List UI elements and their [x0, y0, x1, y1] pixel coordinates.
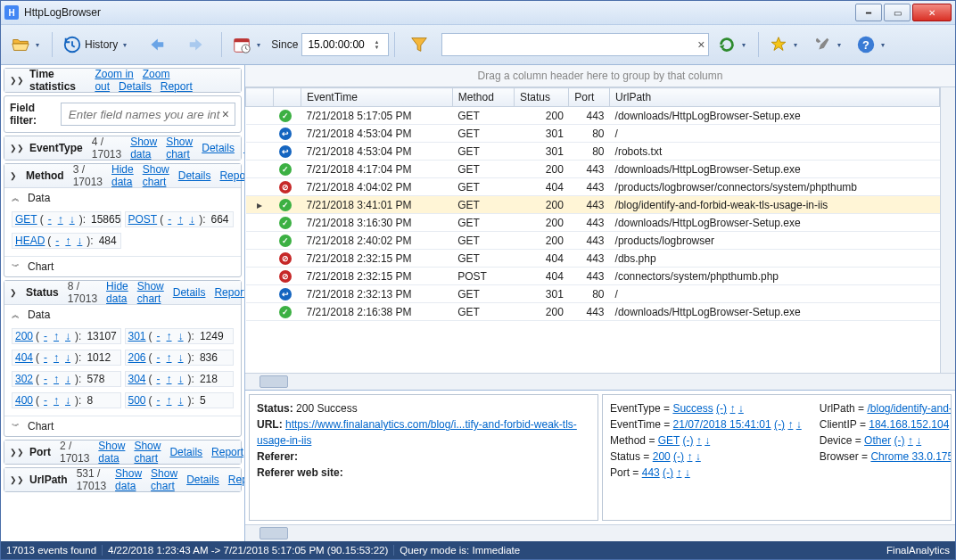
op-up[interactable]: ↑ [165, 394, 174, 407]
link-details[interactable]: Details [186, 474, 219, 486]
link-hide-data[interactable]: Hide data [111, 163, 134, 188]
op-up[interactable]: ↑ [52, 330, 61, 342]
link-details[interactable]: Details [202, 142, 235, 154]
op-down[interactable]: ↓ [63, 373, 72, 385]
link-show-data[interactable]: Show data [98, 440, 125, 465]
op-down[interactable]: ↓ [916, 434, 921, 447]
detail-value-link[interactable]: /blog/identify-and-weak-tls-usage-in-iis [867, 402, 952, 415]
link-details[interactable]: Details [178, 169, 211, 182]
op-down[interactable]: ↓ [796, 418, 802, 431]
grid-row[interactable]: ↩ 7/21/2018 4:53:04 PM GET 301 80 /robot… [246, 143, 940, 161]
op-up[interactable]: ↑ [63, 235, 72, 247]
forward-button[interactable] [178, 29, 216, 60]
link-details[interactable]: Details [119, 80, 152, 93]
op-minus[interactable]: (-) [716, 402, 727, 415]
back-button[interactable] [137, 29, 175, 60]
link-report[interactable]: Report [214, 286, 244, 299]
favorites-button[interactable]: ▾ [764, 29, 804, 60]
data-subheader[interactable]: ︽Data [4, 305, 241, 325]
link-show-chart[interactable]: Show chart [134, 440, 161, 465]
facet-header[interactable]: ❯ Status 8 / 17013 Hide data Show chart … [4, 281, 241, 305]
link-report[interactable]: Report [211, 446, 243, 458]
op-up[interactable]: ↑ [729, 402, 735, 415]
link-report[interactable]: Report [161, 80, 193, 93]
grid-row[interactable]: ✓ 7/21/2018 3:16:30 PM GET 200 443 /down… [246, 214, 940, 232]
search-box[interactable]: × [441, 33, 709, 56]
detail-value-link[interactable]: GET [658, 434, 680, 447]
detail-value-link[interactable]: 200 [653, 450, 671, 463]
col-header[interactable]: Method [452, 88, 514, 107]
grid-row[interactable]: ✓ 7/21/2018 2:40:02 PM GET 200 443 /prod… [246, 232, 940, 250]
op-up[interactable]: ↑ [52, 394, 61, 407]
url-link[interactable]: https://www.finalanalytics.com/blog/i...… [257, 418, 577, 447]
history-button[interactable]: History ▾ [58, 29, 134, 60]
clear-search-icon[interactable]: × [697, 37, 705, 52]
op-down[interactable]: ↓ [705, 434, 710, 447]
open-button[interactable]: ▾ [6, 29, 46, 60]
facet-value-link[interactable]: GET [15, 213, 37, 226]
detail-value-link[interactable]: 184.168.152.104 [869, 418, 949, 431]
detail-scrollbar-h[interactable] [245, 524, 955, 541]
facet-value-link[interactable]: 200 [15, 330, 33, 342]
close-button[interactable]: ✕ [912, 4, 952, 21]
detail-value-link[interactable]: Other [864, 434, 891, 447]
op-down[interactable]: ↓ [177, 330, 185, 342]
op-up[interactable]: ↑ [165, 373, 174, 385]
since-input-box[interactable]: ▲▼ [301, 33, 389, 56]
op-down[interactable]: ↓ [177, 351, 185, 364]
facet-header[interactable]: ❯❯ Port 2 / 17013 Show data Show chart D… [4, 441, 241, 464]
col-header[interactable]: Port [569, 88, 610, 107]
detail-value-link[interactable]: Chrome 33.0.1750 [870, 450, 952, 463]
link-show-data[interactable]: Show data [130, 136, 157, 161]
facet-value-link[interactable]: 500 [128, 394, 146, 407]
op-minus[interactable]: - [54, 235, 61, 247]
facet-header[interactable]: ❯❯ EventType 4 / 17013 Show data Show ch… [4, 136, 241, 160]
filter-button[interactable] [400, 29, 438, 60]
search-input[interactable] [446, 37, 697, 52]
link-report[interactable]: Report [243, 142, 244, 154]
facet-value-link[interactable]: 400 [15, 394, 33, 407]
op-minus[interactable]: - [42, 351, 49, 364]
op-up[interactable]: ↑ [56, 213, 65, 226]
op-down[interactable]: ↓ [177, 373, 185, 385]
grid-row[interactable]: ⊘ 7/21/2018 4:04:02 PM GET 404 443 /prod… [246, 178, 940, 196]
op-up[interactable]: ↑ [165, 351, 174, 364]
events-grid[interactable]: EventTimeMethodStatusPortUrlPath ✓ 7/21/… [245, 87, 940, 373]
op-up[interactable]: ↑ [52, 373, 61, 385]
grid-scrollbar-h[interactable] [245, 373, 955, 390]
op-up[interactable]: ↑ [676, 466, 681, 479]
grid-row[interactable]: ✓ 7/21/2018 5:17:05 PM GET 200 443 /down… [246, 107, 940, 125]
link-show-data[interactable]: Show data [115, 467, 142, 492]
facet-value-link[interactable]: 304 [128, 373, 146, 385]
op-up[interactable]: ↑ [687, 450, 692, 463]
col-header[interactable] [246, 88, 274, 107]
op-down[interactable]: ↓ [63, 351, 72, 364]
grid-row[interactable]: ✓ 7/21/2018 2:16:38 PM GET 200 443 /down… [246, 303, 940, 321]
col-header[interactable]: Status [514, 88, 568, 107]
link-details[interactable]: Details [169, 446, 202, 458]
op-minus[interactable]: (-) [683, 434, 694, 447]
op-up[interactable]: ↑ [176, 213, 185, 226]
link-report[interactable]: Report [219, 169, 244, 182]
op-down[interactable]: ↓ [685, 466, 690, 479]
op-down[interactable]: ↓ [75, 235, 84, 247]
op-down[interactable]: ↓ [696, 450, 701, 463]
op-up[interactable]: ↑ [165, 330, 174, 342]
op-up[interactable]: ↑ [908, 434, 913, 447]
link-show-chart[interactable]: Show chart [166, 136, 193, 161]
op-minus[interactable]: (-) [663, 466, 673, 479]
clear-icon[interactable]: × [222, 107, 229, 121]
op-down[interactable]: ↓ [187, 213, 196, 226]
chart-subheader[interactable]: ︾Chart [4, 256, 241, 276]
field-filter-input-box[interactable]: × [61, 103, 235, 126]
op-minus[interactable]: - [42, 330, 49, 342]
facet-value-link[interactable]: 301 [128, 330, 146, 342]
col-header[interactable] [274, 88, 301, 107]
grid-row[interactable]: ↩ 7/21/2018 2:32:13 PM GET 301 80 / [246, 285, 940, 303]
field-filter-input[interactable] [67, 107, 222, 122]
op-down[interactable]: ↓ [738, 402, 744, 415]
facet-value-link[interactable]: 206 [128, 351, 146, 364]
link-show-chart[interactable]: Show chart [151, 467, 177, 492]
help-button[interactable]: ? ▾ [852, 29, 892, 60]
op-down[interactable]: ↓ [68, 213, 77, 226]
